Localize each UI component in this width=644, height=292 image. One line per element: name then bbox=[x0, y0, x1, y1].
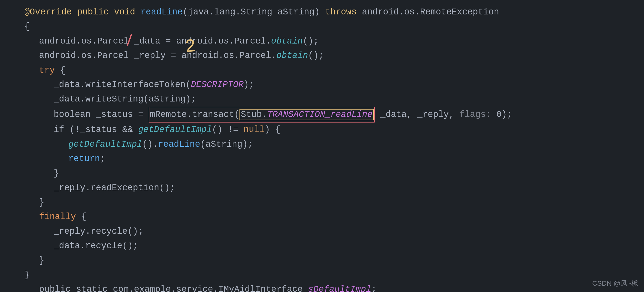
code-line-15: finally { bbox=[39, 210, 634, 224]
code-line-11: return; bbox=[68, 152, 634, 166]
code-line-1: @Override public void readLine (java.lan… bbox=[24, 5, 634, 19]
code-line-13: _reply.readException(); bbox=[54, 181, 634, 195]
code-line-2: { bbox=[24, 19, 634, 34]
method-readline: readLine bbox=[140, 5, 182, 19]
annotation-override: @Override bbox=[24, 5, 72, 19]
highlight-stub-transaction: Stub.TRANSACTION_readLine bbox=[240, 109, 374, 120]
code-line-8: boolean _status = mRemote.transact(Stub.… bbox=[54, 107, 634, 122]
keyword-throws: throws bbox=[325, 5, 357, 19]
watermark: CSDN @风~栀 bbox=[592, 279, 638, 288]
code-line-19: } bbox=[24, 268, 634, 282]
code-line-18: } bbox=[39, 253, 634, 268]
highlight-mremote-transact: mRemote.transact(Stub.TRANSACTION_readLi… bbox=[149, 107, 375, 122]
keyword-public: public bbox=[77, 5, 109, 19]
code-line-6: _data.writeInterfaceToken(DESCRIPTOR); bbox=[54, 78, 634, 92]
code-line-10: getDefaultImpl().readLine(aString); bbox=[68, 137, 634, 152]
code-line-14: } bbox=[39, 195, 634, 210]
keyword-void: void bbox=[114, 5, 135, 19]
code-line-17: _data.recycle(); bbox=[54, 239, 634, 253]
code-line-5: try { bbox=[39, 63, 634, 78]
code-line-12: } bbox=[54, 166, 634, 181]
code-line-7: _data.writeString(aString); bbox=[54, 92, 634, 106]
code-editor: @Override public void readLine (java.lan… bbox=[0, 0, 644, 292]
code-line-16: _reply.recycle(); bbox=[54, 224, 634, 239]
code-line-9: if (!_status && getDefaultImpl() != null… bbox=[54, 122, 634, 137]
code-line-20: public static com.example.service.IMyAid… bbox=[39, 282, 634, 292]
code-line-4: android.os.Parcel _reply = android.os.Pa… bbox=[39, 48, 634, 63]
handwritten-annotation-2: 2 bbox=[185, 35, 196, 56]
